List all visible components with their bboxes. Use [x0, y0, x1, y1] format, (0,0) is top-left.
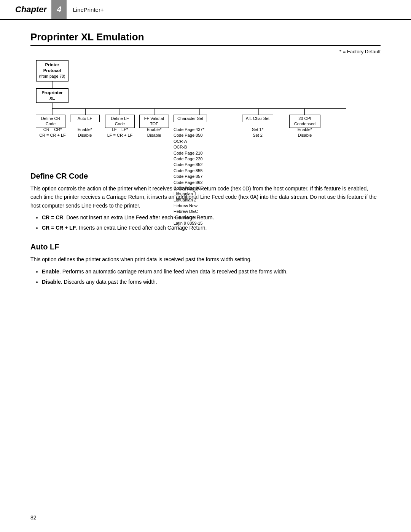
bullet-cr-cr-bold: CR = CR: [42, 214, 63, 220]
box-character-set: Character Set: [174, 115, 207, 122]
auto-lf-heading: Auto LF: [30, 243, 381, 251]
options-col1: CR = CR*CR = CR + LF: [36, 127, 69, 139]
auto-lf-body: This option defines the printer actions …: [30, 255, 381, 264]
box-alt-char-set: Alt. Char Set: [242, 115, 273, 122]
box-define-cr: Define CRCode: [36, 115, 65, 128]
bullet-disable-text: . Discards any data past the forms width…: [61, 279, 157, 285]
box-auto-lf: Auto LF: [70, 115, 100, 122]
page-number: 82: [30, 514, 37, 521]
page-header: Chapter LinePrinter+: [0, 0, 411, 20]
page-title: Proprinter XL Emulation: [30, 31, 381, 46]
options-col6: Set 1*Set 2: [242, 127, 273, 139]
bullet-enable-text: . Performs an automatic carriage return …: [59, 268, 288, 275]
bullet-cr-crlf-bold: CR = CR + LF: [42, 225, 76, 231]
box-ff-valid: FF Valid atTOF: [139, 115, 169, 128]
bullet-enable-bold: Enable: [42, 268, 59, 275]
page-footer: 82: [30, 514, 37, 521]
printer-protocol-box: PrinterProtocol (from page 78): [36, 60, 68, 81]
chapter-subtitle: LinePrinter+: [73, 6, 104, 13]
options-col7: Enable*Disable: [289, 127, 320, 139]
options-col4: Enable*Disable: [139, 127, 169, 139]
header-chapter: Chapter LinePrinter+: [15, 0, 104, 19]
bullet-disable: Disable. Discards any data past the form…: [42, 278, 381, 286]
printer-protocol-sub: (from page 78): [39, 74, 65, 78]
chapter-number: [51, 0, 67, 19]
factory-default-note: * = Factory Default: [30, 49, 381, 54]
bullet-disable-bold: Disable: [42, 279, 61, 285]
auto-lf-bullets: Enable. Performs an automatic carriage r…: [42, 268, 381, 286]
options-col3: LF = LF*LF = CR + LF: [105, 127, 135, 139]
bullet-enable: Enable. Performs an automatic carriage r…: [42, 268, 381, 276]
proprinter-xl-label: Proprinter XL: [41, 90, 63, 101]
printer-protocol-label: PrinterProtocol: [43, 62, 61, 73]
proprinter-xl-box: Proprinter XL: [36, 88, 68, 103]
diagram-container: PrinterProtocol (from page 78) Proprinte…: [30, 58, 373, 161]
options-col2: Enable*Disable: [70, 127, 100, 139]
page-content: Proprinter XL Emulation * = Factory Defa…: [0, 20, 411, 304]
box-define-lf: Define LFCode: [105, 115, 135, 128]
box-20cpi: 20 CPICondensed: [289, 115, 320, 128]
chapter-label: Chapter: [15, 5, 47, 14]
options-col5: Code Page 437* Code Page 850 OCR-A OCR-B…: [174, 127, 215, 227]
